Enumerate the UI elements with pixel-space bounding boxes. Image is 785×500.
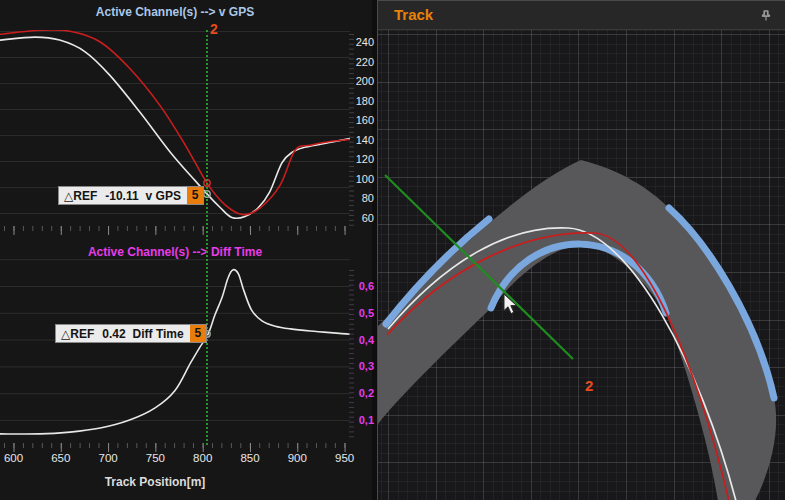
y-tick-label: 160 <box>356 113 374 127</box>
pin-icon[interactable] <box>759 9 773 23</box>
y-tick-label: 60 <box>362 211 374 225</box>
y-tickstrip-top <box>349 34 354 226</box>
y-tick-label: 180 <box>356 94 374 108</box>
delta-value: 0.42 <box>97 327 130 341</box>
track-panel-title: Track <box>394 6 433 23</box>
y-tick-label: 0,4 <box>359 333 374 347</box>
track-panel: Track 2 <box>377 0 785 500</box>
x-tick-label: 700 <box>88 452 128 464</box>
y-tick-label: 0,1 <box>359 413 374 427</box>
y-tick-label: 0,5 <box>359 306 374 320</box>
x-tick-label: 650 <box>41 452 81 464</box>
x-tick-label: 850 <box>230 452 270 464</box>
y-tick-label: 0,2 <box>359 386 374 400</box>
data-cursor-line[interactable] <box>206 30 208 445</box>
ref-delta-box-difftime[interactable]: △REF 0.42 Diff Time 5 <box>55 324 207 343</box>
x-tick-label: 600 <box>0 452 34 464</box>
y-tick-label: 100 <box>356 172 374 186</box>
x-ruler-top-chart <box>0 226 350 235</box>
chart-title-vgps: Active Channel(s) --> v GPS <box>0 5 350 19</box>
delta-ref-label: △REF <box>59 189 100 203</box>
cursor-label: 2 <box>210 21 218 37</box>
y-tick-label: 140 <box>356 133 374 147</box>
y-tick-label: 80 <box>362 191 374 205</box>
channel-name: v GPS <box>144 189 187 203</box>
track-cursor-label: 2 <box>585 377 593 394</box>
x-tick-label: 750 <box>135 452 175 464</box>
y-tick-label: 0,6 <box>359 279 374 293</box>
lap-badge: 5 <box>187 187 203 204</box>
chart-plot-difftime[interactable] <box>0 248 350 443</box>
series-white <box>0 270 350 434</box>
charts-panel: Active Channel(s) --> v GPS 240220200180… <box>0 0 372 500</box>
y-tick-label: 200 <box>356 74 374 88</box>
y-tick-label: 0,3 <box>359 359 374 373</box>
app-window: Active Channel(s) --> v GPS 240220200180… <box>0 0 785 500</box>
delta-ref-label: △REF <box>56 327 97 341</box>
x-tick-label: 800 <box>183 452 223 464</box>
x-tick-label: 900 <box>277 452 317 464</box>
x-tick-label: 950 <box>325 452 365 464</box>
y-tickstrip-bottom <box>349 270 354 440</box>
x-axis-title: Track Position[m] <box>0 475 310 489</box>
ref-delta-box-vgps[interactable]: △REF -10.11 v GPS 5 <box>58 186 204 205</box>
track-panel-header[interactable]: Track <box>378 1 785 30</box>
y-tick-label: 120 <box>356 152 374 166</box>
x-ruler-bottom-chart <box>0 443 350 452</box>
difftime-curve <box>0 248 350 443</box>
channel-name: Diff Time <box>131 327 190 341</box>
y-tick-label: 240 <box>356 35 374 49</box>
delta-value: -10.11 <box>100 189 143 203</box>
x-axis-labels: 600650700750800850900950 <box>0 452 372 467</box>
y-tick-label: 220 <box>356 55 374 69</box>
lap-badge: 5 <box>190 325 206 342</box>
track-map[interactable]: 2 <box>378 29 785 500</box>
